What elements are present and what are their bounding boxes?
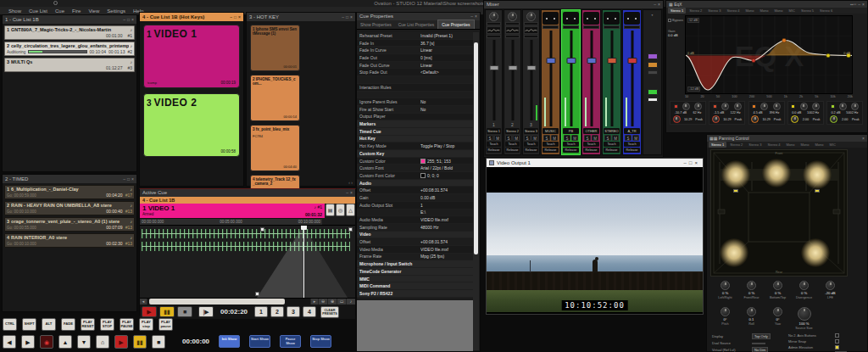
- function-key[interactable]: PLAY stop: [139, 318, 153, 331]
- function-key[interactable]: PLAY pause: [159, 318, 173, 331]
- fader-handle[interactable]: [627, 58, 637, 64]
- solo-button[interactable]: S: [487, 135, 493, 141]
- scroll-arrows-icon[interactable]: ‹ ›: [348, 180, 353, 185]
- pan-knob[interactable]: [773, 307, 782, 316]
- clear-presets-button[interactable]: CLEAR PRESETS: [320, 306, 339, 318]
- pan-knob[interactable]: [826, 281, 835, 290]
- mixer-input-strip[interactable]: 3 Stereo 3 S M Touch Release: [522, 9, 540, 155]
- dynamics-thumbnail[interactable]: [487, 35, 501, 38]
- timeline-waveform-area[interactable]: [140, 225, 355, 298]
- bus-routing-box[interactable]: [583, 12, 599, 25]
- eq-curve-thumbnail[interactable]: [505, 26, 520, 34]
- cue-row[interactable]: 2 celly_circulation_tres_legere_glou_enf…: [4, 42, 135, 56]
- bus-routing-box[interactable]: [604, 12, 620, 25]
- pan-knob[interactable]: [721, 307, 730, 316]
- input-select[interactable]: [487, 22, 501, 25]
- speaker-orb-right[interactable]: [803, 160, 832, 189]
- stop-button[interactable]: ■: [177, 306, 192, 317]
- property-row[interactable]: Stop Fade Out<Default>: [357, 69, 474, 76]
- pan-knob[interactable]: [799, 281, 809, 290]
- mute-button[interactable]: M: [612, 135, 619, 141]
- solo-button[interactable]: S: [543, 135, 550, 141]
- hotkey-cue-card[interactable]: 1VIDEO 1 tcomp 00:00:19: [143, 25, 240, 88]
- property-row[interactable]: Video: [357, 232, 474, 239]
- close-icon[interactable]: ×: [694, 160, 700, 165]
- touch-button[interactable]: Touch: [542, 142, 559, 147]
- function-key[interactable]: SHIFT: [22, 318, 36, 331]
- mute-button[interactable]: M: [571, 135, 578, 141]
- speaker-orb-right-surround[interactable]: [801, 238, 830, 267]
- properties-tab[interactable]: Show Properties: [357, 20, 395, 29]
- property-row[interactable]: Audio MediaVIDEO file.mxf: [357, 216, 474, 224]
- gain-knob[interactable]: [526, 12, 536, 21]
- hotkey-cue-card[interactable]: 2 IPHONE_TOUCHES_com... 00:00:14: [250, 75, 300, 121]
- property-row[interactable]: Fade Out0 [ms]: [357, 54, 474, 62]
- dynamics-thumbnail[interactable]: [505, 35, 520, 38]
- property-row[interactable]: Fade In CurveLinear: [357, 47, 474, 54]
- bypass-toggle[interactable]: Bypass: [668, 18, 684, 22]
- show-control-button[interactable]: Pause Show: [280, 335, 301, 348]
- maximize-icon[interactable]: □: [234, 14, 236, 20]
- surround-room-view[interactable]: Front Rear: [710, 149, 848, 277]
- bus-fader[interactable]: [604, 31, 620, 126]
- setting-checkbox[interactable]: [835, 339, 839, 344]
- playhead[interactable]: [303, 226, 304, 298]
- preset-button[interactable]: 3: [287, 306, 300, 317]
- step-forward-button[interactable]: |▶: [198, 306, 214, 317]
- speaker-orb-left[interactable]: [721, 160, 750, 189]
- video-output-titlebar[interactable]: Video Output 1 –□×: [487, 159, 703, 167]
- mute-button[interactable]: M: [494, 135, 501, 141]
- bus-fader[interactable]: [583, 31, 599, 126]
- band-freq-knob[interactable]: [734, 103, 742, 110]
- close-icon[interactable]: ×: [350, 14, 353, 20]
- close-icon[interactable]: ×: [862, 135, 865, 142]
- property-row[interactable]: Video MediaVIDEO file.mxf: [357, 246, 474, 254]
- solo-button[interactable]: S: [604, 135, 611, 141]
- property-row[interactable]: Output Player: [357, 114, 474, 121]
- band-q-knob[interactable]: [751, 115, 759, 123]
- touch-button[interactable]: Touch: [604, 142, 620, 147]
- cue-row[interactable]: 3 MULTI Qs ♪ 01:12:27 #3: [4, 58, 135, 72]
- minimize-icon[interactable]: –: [654, 2, 656, 7]
- band-gain-knob[interactable]: [682, 103, 690, 110]
- move-down-button[interactable]: ▼: [77, 335, 91, 349]
- fader-handle[interactable]: [489, 65, 498, 70]
- menu-item[interactable]: Cue List: [29, 8, 47, 14]
- gain-knob[interactable]: [508, 12, 517, 21]
- hotkey-cue-card[interactable]: 1 Iphone SMS envoi SentMessage (1) 00:00…: [250, 25, 300, 71]
- setting-value-chip[interactable]: No Dim: [752, 347, 768, 352]
- minimize-icon[interactable]: –: [858, 2, 860, 7]
- timed-cue-row[interactable]: 3 orage_tonnerre_vent_pluie_-_stereo_A0 …: [4, 217, 135, 232]
- channel-tab[interactable]: Stereo 1: [668, 8, 686, 14]
- menu-item[interactable]: View: [88, 8, 99, 14]
- property-row[interactable]: Hot Key: [357, 136, 474, 143]
- audio-icon[interactable]: ♪: [347, 299, 355, 305]
- mixer-input-strip[interactable]: 1 Stereo 1 S M Touch Release: [485, 9, 503, 155]
- channel-tab[interactable]: Stereo 1: [709, 142, 726, 148]
- channel-tab[interactable]: Mono: [772, 8, 786, 14]
- property-row[interactable]: Offset+00:08:31.574: [357, 238, 474, 246]
- band-freq-knob[interactable]: [851, 103, 859, 110]
- fader-handle[interactable]: [526, 65, 536, 70]
- properties-tab[interactable]: Cue List Properties: [395, 20, 438, 29]
- property-row[interactable]: Fade In36.7 [s]: [357, 40, 474, 47]
- release-button[interactable]: Release: [583, 148, 599, 153]
- mixer-bus-strip[interactable]: STEREO S M Touch Release: [602, 9, 621, 155]
- zoom-in-icon[interactable]: ⊕: [328, 299, 337, 305]
- channel-tab[interactable]: Mono: [798, 142, 812, 148]
- maximize-icon[interactable]: □: [127, 17, 130, 22]
- band-gain-knob[interactable]: [839, 103, 847, 110]
- active-cue-bar[interactable]: 1 VIDEO 1 Armed ♪ #1 00:01:32: [140, 204, 325, 218]
- menu-item[interactable]: Cue: [55, 8, 64, 14]
- release-button[interactable]: Release: [624, 148, 640, 153]
- setting-value-chip[interactable]: [752, 343, 765, 344]
- pan-knob[interactable]: [747, 281, 756, 290]
- scrollbar-thumb[interactable]: [149, 299, 285, 305]
- band-enable-button[interactable]: [674, 104, 678, 109]
- setting-value-chip[interactable]: Top Only: [752, 333, 771, 339]
- function-key[interactable]: CTRL: [3, 318, 17, 331]
- menu-item[interactable]: Fire: [72, 8, 81, 14]
- solo-button[interactable]: S: [524, 135, 531, 141]
- global-play-button[interactable]: ▶: [114, 335, 128, 349]
- bus-fader[interactable]: [563, 31, 579, 126]
